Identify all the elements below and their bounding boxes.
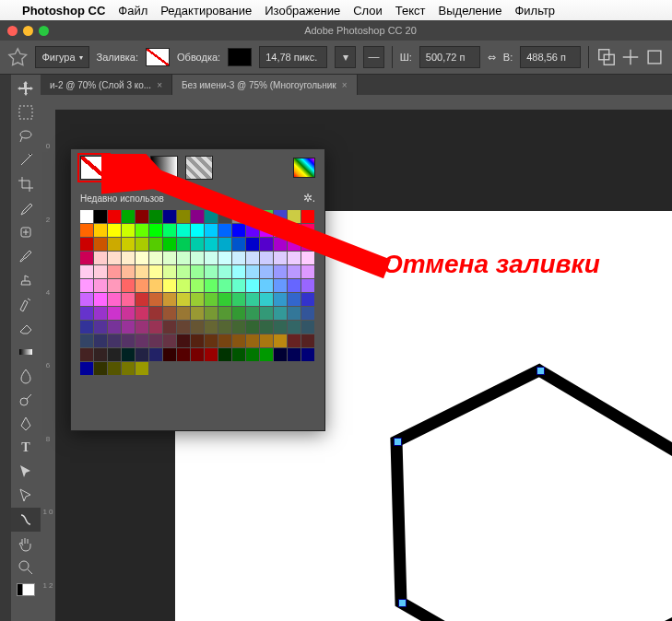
color-swatch[interactable]	[149, 307, 162, 320]
color-swatch[interactable]	[205, 293, 218, 306]
color-swatch[interactable]	[274, 293, 287, 306]
color-swatch[interactable]	[122, 238, 135, 251]
color-swatch[interactable]	[94, 293, 107, 306]
color-swatch[interactable]	[205, 210, 218, 223]
color-swatch[interactable]	[246, 348, 259, 361]
color-swatch[interactable]	[246, 293, 259, 306]
clone-stamp-tool[interactable]	[11, 268, 41, 292]
color-swatch[interactable]	[301, 252, 314, 264]
color-swatch[interactable]	[80, 279, 93, 292]
stroke-type-dropdown[interactable]: —	[363, 46, 384, 68]
tab-doc-1[interactable]: и-2 @ 70% (Слой 3 ко... ×	[41, 75, 172, 95]
fill-swatch[interactable]	[146, 48, 170, 66]
color-swatch[interactable]	[260, 252, 273, 264]
color-swatch[interactable]	[191, 348, 204, 361]
color-swatch[interactable]	[274, 321, 287, 334]
color-swatch[interactable]	[108, 362, 121, 375]
color-swatch[interactable]	[163, 307, 176, 320]
zoom-window-button[interactable]	[39, 26, 49, 36]
path-operations-button[interactable]	[596, 47, 617, 67]
color-swatch[interactable]	[205, 265, 218, 278]
color-swatch[interactable]	[232, 210, 245, 223]
shape-tool-icon[interactable]	[7, 44, 28, 70]
color-swatch[interactable]	[80, 210, 93, 223]
color-swatch[interactable]	[205, 348, 218, 361]
color-swatch[interactable]	[80, 362, 93, 375]
color-swatch[interactable]	[177, 224, 190, 237]
color-swatch[interactable]	[136, 334, 148, 347]
color-swatch[interactable]	[94, 279, 107, 292]
color-swatch[interactable]	[163, 252, 176, 264]
color-swatch[interactable]	[177, 321, 190, 334]
color-swatch[interactable]	[149, 224, 162, 237]
color-swatch[interactable]	[136, 210, 148, 223]
custom-shape-tool[interactable]	[11, 508, 41, 532]
color-swatch[interactable]	[274, 279, 287, 292]
color-swatch[interactable]	[94, 210, 107, 223]
color-swatch[interactable]	[80, 265, 93, 278]
color-swatch[interactable]	[191, 265, 204, 278]
color-swatch[interactable]	[246, 224, 259, 237]
color-swatch[interactable]	[218, 224, 231, 237]
lasso-tool[interactable]	[11, 124, 41, 148]
color-swatch[interactable]	[288, 238, 301, 251]
color-swatch[interactable]	[288, 224, 301, 237]
color-swatch[interactable]	[246, 252, 259, 264]
color-swatch[interactable]	[80, 307, 93, 320]
color-swatch[interactable]	[163, 293, 176, 306]
color-swatch[interactable]	[122, 334, 135, 347]
color-swatch[interactable]	[246, 238, 259, 251]
color-swatch[interactable]	[218, 307, 231, 320]
color-swatch[interactable]	[246, 279, 259, 292]
menu-file[interactable]: Файл	[118, 4, 147, 18]
color-swatch[interactable]	[177, 334, 190, 347]
color-swatch[interactable]	[218, 293, 231, 306]
color-swatch[interactable]	[232, 321, 245, 334]
color-swatch[interactable]	[122, 362, 135, 375]
color-swatch[interactable]	[149, 321, 162, 334]
color-swatch[interactable]	[274, 265, 287, 278]
color-swatch[interactable]	[80, 334, 93, 347]
color-swatch[interactable]	[163, 279, 176, 292]
link-wh-icon[interactable]: ⇔	[488, 52, 496, 64]
color-swatch[interactable]	[149, 348, 162, 361]
color-swatch[interactable]	[136, 348, 148, 361]
color-swatch[interactable]	[94, 224, 107, 237]
color-swatch[interactable]	[218, 238, 231, 251]
color-picker-button[interactable]	[293, 158, 315, 178]
color-swatch[interactable]	[108, 321, 121, 334]
color-swatch[interactable]	[274, 307, 287, 320]
color-swatch[interactable]	[163, 210, 176, 223]
color-swatch[interactable]	[191, 238, 204, 251]
move-tool[interactable]	[11, 76, 41, 100]
color-swatch[interactable]	[232, 334, 245, 347]
color-swatch[interactable]	[136, 238, 148, 251]
color-swatch[interactable]	[94, 334, 107, 347]
color-swatch[interactable]	[80, 252, 93, 264]
stroke-width-field[interactable]: 14,78 пикс.	[259, 46, 327, 68]
color-swatch[interactable]	[260, 307, 273, 320]
blur-tool[interactable]	[11, 364, 41, 388]
color-swatch[interactable]	[260, 293, 273, 306]
hexagon-shape[interactable]	[378, 363, 672, 621]
app-menu[interactable]: Photoshop CC	[22, 4, 105, 18]
brush-tool[interactable]	[11, 244, 41, 268]
stroke-width-dropdown[interactable]: ▾	[335, 46, 356, 68]
color-swatch[interactable]	[177, 265, 190, 278]
color-swatch[interactable]	[177, 279, 190, 292]
path-align-button[interactable]	[620, 47, 641, 67]
zoom-tool[interactable]	[11, 556, 41, 580]
color-swatch[interactable]	[136, 265, 148, 278]
color-swatch[interactable]	[288, 265, 301, 278]
color-swatch[interactable]	[108, 293, 121, 306]
color-swatch[interactable]	[288, 334, 301, 347]
color-swatch[interactable]	[191, 307, 204, 320]
color-swatch[interactable]	[288, 307, 301, 320]
color-swatch[interactable]	[80, 238, 93, 251]
fill-solid-option[interactable]	[115, 156, 143, 180]
color-swatch[interactable]	[94, 307, 107, 320]
close-window-button[interactable]	[7, 26, 18, 36]
color-swatch[interactable]	[218, 210, 231, 223]
color-swatch[interactable]	[94, 362, 107, 375]
color-swatch[interactable]	[163, 334, 176, 347]
